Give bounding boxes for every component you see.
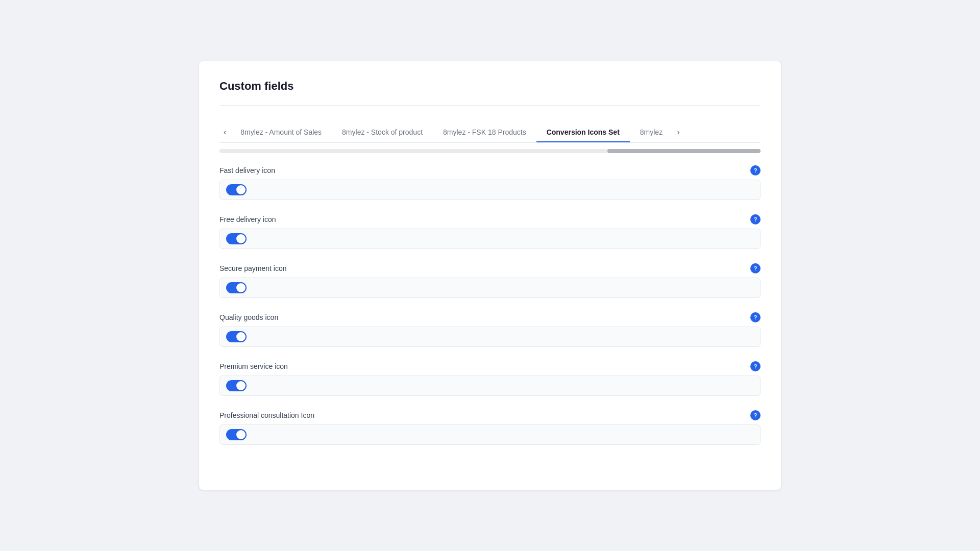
toggle-slider-secure-payment	[226, 282, 247, 293]
help-icon-secure-payment[interactable]: ?	[750, 263, 761, 273]
toggle-professional-consultation[interactable]	[226, 429, 247, 440]
tab-conversion-icons-set[interactable]: Conversion Icons Set	[536, 123, 630, 142]
help-icon-professional-consultation[interactable]: ?	[750, 410, 761, 420]
page-title: Custom fields	[219, 80, 761, 93]
toggle-secure-payment[interactable]	[226, 282, 247, 293]
field-secure-payment-label: Secure payment icon	[219, 264, 287, 272]
field-premium-service-label: Premium service icon	[219, 362, 288, 370]
tab-fsk-18-products[interactable]: 8mylez - FSK 18 Products	[433, 123, 536, 142]
toggle-row-quality-goods	[219, 327, 761, 347]
top-divider	[219, 105, 761, 106]
tab-next-arrow[interactable]: ›	[673, 122, 683, 142]
tab-8mylez[interactable]: 8mylez	[630, 123, 673, 142]
field-quality-goods-label: Quality goods icon	[219, 313, 278, 321]
help-icon-premium-service[interactable]: ?	[750, 361, 761, 371]
horizontal-scrollbar[interactable]	[219, 149, 761, 153]
field-premium-service-header: Premium service icon ?	[219, 361, 761, 371]
main-card: Custom fields ‹ 8mylez - Amount of Sales…	[199, 61, 781, 490]
tab-stock-of-product[interactable]: 8mylez - Stock of product	[332, 123, 433, 142]
toggle-row-fast-delivery	[219, 180, 761, 200]
field-professional-consultation-label: Professional consultation Icon	[219, 411, 314, 419]
toggle-row-secure-payment	[219, 278, 761, 298]
toggle-fast-delivery[interactable]	[226, 184, 247, 195]
field-quality-goods: Quality goods icon ?	[219, 312, 761, 347]
field-secure-payment: Secure payment icon ?	[219, 263, 761, 298]
field-fast-delivery-label: Fast delivery icon	[219, 166, 275, 174]
toggle-slider-professional-consultation	[226, 429, 247, 440]
help-icon-free-delivery[interactable]: ?	[750, 214, 761, 224]
toggle-slider-free-delivery	[226, 233, 247, 244]
tab-amount-of-sales[interactable]: 8mylez - Amount of Sales	[230, 123, 332, 142]
field-premium-service: Premium service icon ?	[219, 361, 761, 396]
toggle-quality-goods[interactable]	[226, 331, 247, 342]
field-fast-delivery: Fast delivery icon ?	[219, 165, 761, 200]
tabs-navigation: ‹ 8mylez - Amount of Sales 8mylez - Stoc…	[219, 122, 761, 143]
toggle-premium-service[interactable]	[226, 380, 247, 391]
field-fast-delivery-header: Fast delivery icon ?	[219, 165, 761, 176]
toggle-slider-fast-delivery	[226, 184, 247, 195]
scrollbar-thumb	[607, 149, 761, 153]
toggle-slider-premium-service	[226, 380, 247, 391]
toggle-slider-quality-goods	[226, 331, 247, 342]
field-professional-consultation-header: Professional consultation Icon ?	[219, 410, 761, 420]
tab-prev-arrow[interactable]: ‹	[219, 122, 230, 142]
field-quality-goods-header: Quality goods icon ?	[219, 312, 761, 322]
field-free-delivery: Free delivery icon ?	[219, 214, 761, 249]
toggle-row-professional-consultation	[219, 424, 761, 445]
field-professional-consultation: Professional consultation Icon ?	[219, 410, 761, 445]
toggle-row-free-delivery	[219, 229, 761, 249]
toggle-row-premium-service	[219, 375, 761, 396]
field-free-delivery-label: Free delivery icon	[219, 215, 276, 223]
field-secure-payment-header: Secure payment icon ?	[219, 263, 761, 273]
help-icon-quality-goods[interactable]: ?	[750, 312, 761, 322]
field-free-delivery-header: Free delivery icon ?	[219, 214, 761, 224]
toggle-free-delivery[interactable]	[226, 233, 247, 244]
help-icon-fast-delivery[interactable]: ?	[750, 165, 761, 176]
